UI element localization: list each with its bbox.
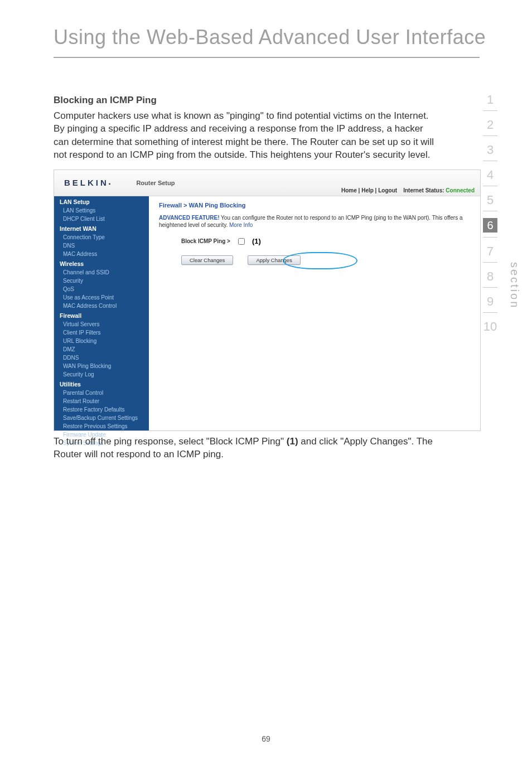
- sidebar-group: Firewall: [54, 310, 149, 320]
- main-pane: Firewall > WAN Ping Blocking ADVANCED FE…: [149, 196, 480, 430]
- sidebar-item[interactable]: QoS: [54, 285, 149, 293]
- intro-paragraph: Computer hackers use what is known as "p…: [54, 109, 439, 162]
- sidebar-item[interactable]: Security Log: [54, 370, 149, 379]
- sidebar-item[interactable]: Use as Access Point: [54, 293, 149, 302]
- sidebar-item[interactable]: Channel and SSID: [54, 268, 149, 277]
- title-rule: [54, 57, 480, 58]
- pane-breadcrumb: Firewall > WAN Ping Blocking: [159, 202, 470, 209]
- advanced-feature-note: ADVANCED FEATURE! You can configure the …: [159, 214, 470, 229]
- section-number[interactable]: 5: [481, 194, 500, 206]
- section-divider: [483, 135, 497, 136]
- section-number[interactable]: 7: [481, 245, 500, 258]
- sidebar-item[interactable]: DMZ: [54, 345, 149, 354]
- section-divider: [483, 287, 497, 288]
- section-indicator: 12345678910: [481, 94, 500, 336]
- more-info-link[interactable]: More Info: [229, 222, 253, 228]
- sidebar-item[interactable]: Connection Type: [54, 233, 149, 241]
- advanced-feature-label: ADVANCED FEATURE!: [159, 215, 220, 221]
- sidebar-item[interactable]: Save/Backup Current Settings: [54, 414, 149, 422]
- sidebar-group: LAN Setup: [54, 196, 149, 206]
- block-icmp-label: Block ICMP Ping >: [181, 238, 230, 244]
- section-number[interactable]: 4: [481, 169, 500, 181]
- sidebar-item[interactable]: Virtual Servers: [54, 320, 149, 328]
- sidebar-item[interactable]: URL Blocking: [54, 337, 149, 345]
- embedded-screenshot: BELKIN▪ Router Setup Home | Help | Logou…: [54, 170, 481, 431]
- sidebar-item[interactable]: DHCP Client List: [54, 215, 149, 223]
- section-number[interactable]: 9: [481, 296, 500, 308]
- internet-status-value: Connected: [446, 187, 475, 193]
- section-divider: [483, 237, 497, 238]
- section-divider: [483, 312, 497, 313]
- sidebar-item[interactable]: Security: [54, 277, 149, 285]
- sidebar-item[interactable]: DNS: [54, 241, 149, 250]
- section-number[interactable]: 10: [481, 321, 500, 333]
- clear-changes-button[interactable]: Clear Changes: [181, 255, 233, 265]
- section-number[interactable]: 1: [481, 94, 500, 106]
- section-number[interactable]: 8: [481, 270, 500, 283]
- internet-status-label: Internet Status:: [403, 187, 444, 193]
- page-number: 69: [0, 734, 532, 743]
- router-setup-label: Router Setup: [136, 180, 175, 186]
- sidebar-group: Utilities: [54, 379, 149, 389]
- sidebar-item[interactable]: MAC Address Control: [54, 302, 149, 310]
- callout-one: (1): [252, 237, 261, 245]
- belkin-logo: BELKIN▪: [64, 178, 110, 187]
- section-divider: [483, 161, 497, 161]
- header-nav[interactable]: Home | Help | Logout: [341, 187, 397, 193]
- sidebar-item[interactable]: Parental Control: [54, 389, 149, 397]
- sidebar-group: Internet WAN: [54, 223, 149, 233]
- sidebar-item[interactable]: Restart Router: [54, 397, 149, 405]
- sidebar-nav: LAN SetupLAN SettingsDHCP Client ListInt…: [54, 196, 149, 430]
- instruction-paragraph: To turn off the ping response, select "B…: [54, 435, 441, 461]
- sidebar-item[interactable]: WAN Ping Blocking: [54, 362, 149, 370]
- sidebar-item[interactable]: MAC Address: [54, 250, 149, 258]
- section-divider: [483, 110, 497, 111]
- sidebar-item[interactable]: Restore Previous Settings: [54, 422, 149, 430]
- section-vertical-label: section: [508, 262, 521, 309]
- section-number[interactable]: 6: [483, 218, 497, 233]
- header-links: Home | Help | Logout Internet Status: Co…: [341, 187, 475, 193]
- section-heading: Blocking an ICMP Ping: [54, 95, 439, 106]
- section-number[interactable]: 2: [481, 119, 500, 131]
- sidebar-item[interactable]: Restore Factory Defaults: [54, 405, 149, 414]
- section-divider: [483, 211, 497, 211]
- sidebar-item[interactable]: DDNS: [54, 354, 149, 362]
- section-divider: [483, 262, 497, 263]
- section-number[interactable]: 3: [481, 144, 500, 156]
- sidebar-group: Wireless: [54, 258, 149, 268]
- sidebar-item[interactable]: LAN Settings: [54, 206, 149, 215]
- page-title: Using the Web-Based Advanced User Interf…: [54, 26, 486, 49]
- sidebar-item[interactable]: Client IP Filters: [54, 328, 149, 337]
- apply-changes-button[interactable]: Apply Changes: [248, 255, 300, 265]
- block-icmp-checkbox[interactable]: [238, 238, 245, 245]
- section-divider: [483, 186, 497, 186]
